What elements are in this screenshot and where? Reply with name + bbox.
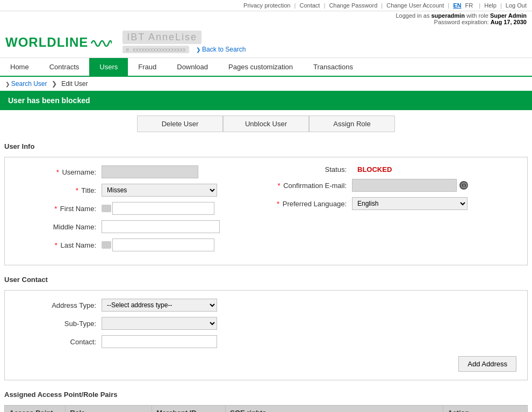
- user-contact-title: User Contact: [4, 273, 528, 286]
- status-label: Status:: [266, 165, 352, 174]
- change-password-link[interactable]: Change Password: [329, 2, 377, 9]
- email-required: *: [278, 182, 281, 190]
- back-to-search-link[interactable]: Back to Search: [196, 46, 246, 53]
- username-required: *: [56, 168, 59, 176]
- nav-contracts[interactable]: Contracts: [39, 58, 90, 76]
- breadcrumb-current: Edit User: [61, 80, 88, 88]
- nav-users[interactable]: Users: [89, 58, 128, 76]
- sep6: |: [500, 2, 502, 9]
- user-info-right-col: Status: BLOCKED * Confirmation E-mail: ⓘ: [266, 165, 516, 257]
- firstname-row: * First Name:: [16, 202, 266, 215]
- delete-user-button[interactable]: Delete User: [137, 115, 223, 132]
- nav-download[interactable]: Download: [167, 58, 218, 76]
- title-required: *: [76, 186, 78, 194]
- confirmation-email-label: * Confirmation E-mail:: [266, 182, 352, 190]
- contact-row: Contact:: [16, 335, 516, 348]
- col-soe-rights: SOE rights: [226, 406, 443, 413]
- sep5: |: [479, 2, 480, 9]
- contact-link[interactable]: Contact: [299, 2, 320, 9]
- pwd-expiry-label: Password expiration:: [434, 19, 489, 25]
- privacy-link[interactable]: Privacy protection: [243, 2, 290, 9]
- username-row: * Username:: [16, 165, 266, 178]
- confirmation-email-row: * Confirmation E-mail: ⓘ: [266, 179, 516, 192]
- access-points-title: Assigned Access Point/Role Pairs: [4, 388, 528, 401]
- user-info-two-col: * Username: * Title: Misses Mr Mrs: [16, 165, 516, 257]
- title-select[interactable]: Misses Mr Mrs: [102, 184, 217, 197]
- nav-home[interactable]: Home: [0, 58, 39, 76]
- sub-type-row: Sub-Type:: [16, 317, 516, 330]
- breadcrumb: Search User ❯ Edit User: [0, 77, 532, 91]
- status-row: Status: BLOCKED: [266, 165, 516, 174]
- title-label: * Title:: [16, 186, 102, 194]
- table-header-row: Access Point Role Merchant ID SOE rights…: [5, 406, 528, 413]
- address-type-select[interactable]: --Select address type--: [102, 299, 217, 312]
- contact-input[interactable]: [102, 335, 217, 348]
- address-type-label: Address Type:: [16, 301, 102, 309]
- title-row: * Title: Misses Mr Mrs: [16, 184, 266, 197]
- status-value: BLOCKED: [357, 165, 392, 174]
- firstname-input[interactable]: [112, 202, 214, 215]
- logo: WORLDLINE: [5, 34, 112, 50]
- alert-blocked: User has been blocked: [0, 91, 532, 110]
- login-info: Logged in as superadmin with role Super …: [0, 11, 532, 26]
- sep2: |: [323, 2, 325, 9]
- user-id-blurred: e. xxxxxxxxxxxxxxxxxx: [123, 46, 189, 53]
- add-address-button[interactable]: Add Address: [458, 356, 516, 372]
- main-nav: Home Contracts Users Fraud Download Page…: [0, 58, 532, 77]
- assign-role-button[interactable]: Assign Role: [309, 115, 395, 132]
- access-points-section: Assigned Access Point/Role Pairs Access …: [4, 388, 528, 412]
- lastname-row: * Last Name:: [16, 238, 266, 251]
- change-account-link[interactable]: Change User Account: [386, 2, 444, 9]
- unblock-user-button[interactable]: Unblock User: [223, 115, 309, 132]
- action-buttons-row: Delete User Unblock User Assign Role: [0, 115, 532, 132]
- nav-transactions[interactable]: Transactions: [303, 58, 363, 76]
- col-role: Role: [66, 406, 152, 413]
- col-action: Action: [443, 406, 527, 413]
- firstname-label: * First Name:: [16, 205, 102, 213]
- logo-waves: [90, 34, 112, 47]
- preferred-language-row: * Preferred Language: English French Ger…: [266, 197, 516, 210]
- lastname-required: *: [55, 241, 57, 249]
- lastname-input[interactable]: [112, 238, 214, 251]
- top-bar: Privacy protection | Contact | Change Pa…: [0, 0, 532, 11]
- lang-required: *: [277, 200, 279, 208]
- user-title-area: IBT AnneLise e. xxxxxxxxxxxxxxxxxx Back …: [112, 31, 527, 53]
- sub-type-select[interactable]: [102, 317, 217, 330]
- sub-type-label: Sub-Type:: [16, 320, 102, 328]
- user-contact-form: Address Type: --Select address type-- Su…: [4, 290, 528, 380]
- role-value: Super Admin: [490, 12, 527, 19]
- middlename-input[interactable]: [102, 220, 220, 233]
- user-info-left-col: * Username: * Title: Misses Mr Mrs: [16, 165, 266, 257]
- firstname-required: *: [54, 205, 57, 213]
- preferred-language-select[interactable]: English French German: [352, 197, 468, 210]
- nav-fraud[interactable]: Fraud: [128, 58, 167, 76]
- middlename-label: Middle Name:: [16, 223, 102, 231]
- role-with-label: with role: [466, 12, 488, 19]
- logged-as-label: Logged in as: [396, 12, 429, 19]
- pwd-expiry-value: Aug 17, 2030: [491, 19, 527, 25]
- email-info-icon[interactable]: ⓘ: [459, 181, 468, 190]
- sep1: |: [294, 2, 296, 9]
- logged-username: superadmin: [432, 12, 465, 19]
- breadcrumb-search-user[interactable]: Search User: [11, 80, 47, 88]
- col-access-point: Access Point: [5, 406, 66, 413]
- help-link[interactable]: Help: [484, 2, 497, 9]
- contact-label: Contact:: [16, 338, 102, 346]
- user-info-form: * Username: * Title: Misses Mr Mrs: [4, 157, 528, 265]
- address-type-row: Address Type: --Select address type--: [16, 299, 516, 312]
- user-name-blurred: IBT AnneLise: [123, 31, 202, 44]
- email-input-blurred: [352, 179, 457, 192]
- nav-pages-customization[interactable]: Pages customization: [218, 58, 303, 76]
- logout-link[interactable]: Log Out: [506, 2, 527, 9]
- lastname-label: * Last Name:: [16, 241, 102, 249]
- breadcrumb-sep: ❯: [52, 80, 57, 88]
- user-info-title: User Info: [4, 140, 528, 153]
- middlename-row: Middle Name:: [16, 220, 266, 233]
- username-label: * Username:: [16, 168, 102, 176]
- lang-fr-link[interactable]: FR: [465, 2, 473, 9]
- lang-en-link[interactable]: EN: [453, 2, 461, 9]
- sep3: |: [381, 2, 383, 9]
- access-points-table: Access Point Role Merchant ID SOE rights…: [4, 405, 528, 412]
- col-merchant-id: Merchant ID: [152, 406, 226, 413]
- header: WORLDLINE IBT AnneLise e. xxxxxxxxxxxxxx…: [0, 26, 532, 58]
